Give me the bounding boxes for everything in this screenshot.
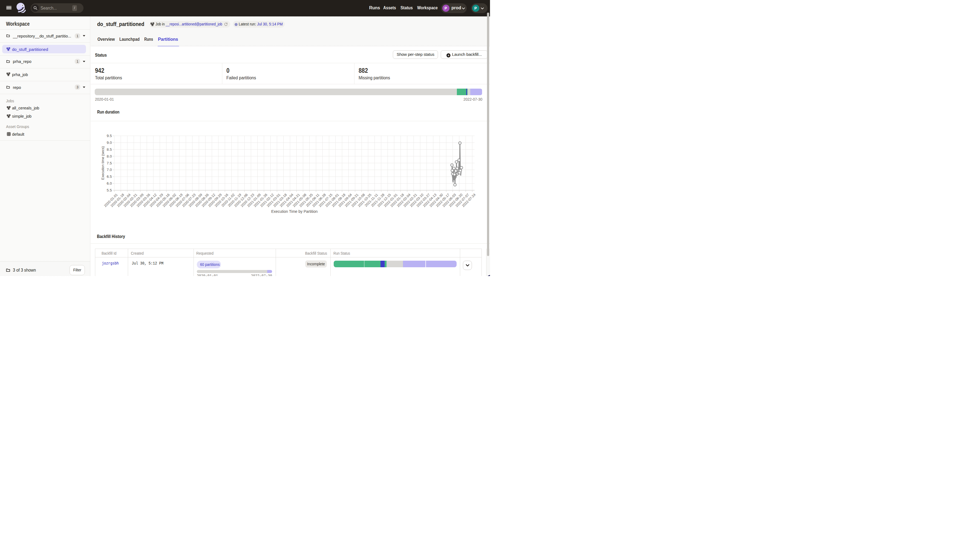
svg-text:8.5: 8.5 [107,148,112,152]
svg-text:6.0: 6.0 [107,181,112,186]
svg-text:9.0: 9.0 [107,141,112,145]
svg-text:9.5: 9.5 [107,134,112,138]
svg-text:7.0: 7.0 [107,168,112,172]
svg-text:Execution Time by Partition: Execution Time by Partition [271,209,318,214]
svg-text:7.5: 7.5 [107,161,112,165]
svg-text:8.0: 8.0 [107,154,112,159]
svg-text:Execution time (secs): Execution time (secs) [101,146,105,180]
svg-text:6.5: 6.5 [107,174,112,179]
svg-text:5.5: 5.5 [107,188,112,192]
